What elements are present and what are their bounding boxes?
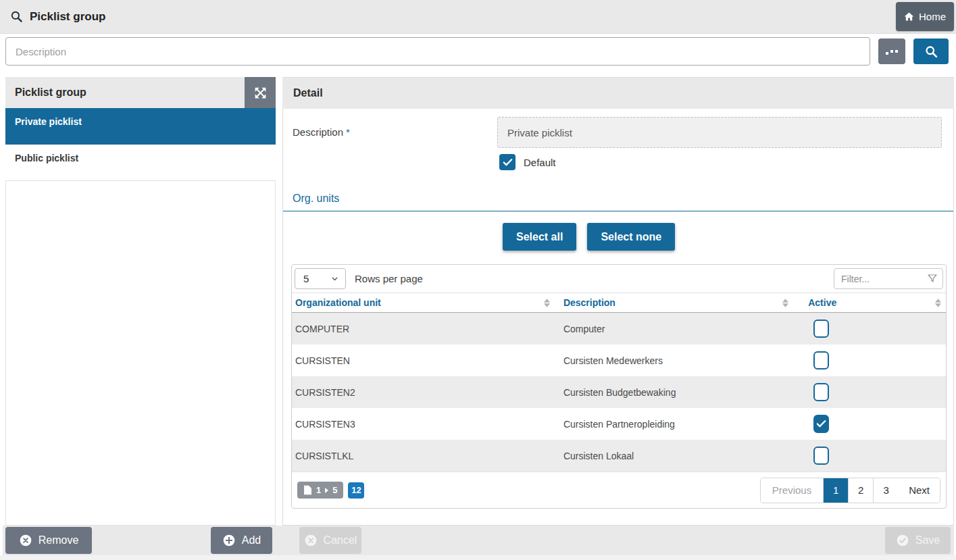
active-checkbox[interactable] (813, 351, 829, 370)
table-row: CURSISTLKL Cursisten Lokaal (292, 440, 946, 472)
cell-active (799, 351, 946, 370)
active-checkbox[interactable] (813, 415, 829, 433)
cell-active (799, 320, 946, 338)
table-row: CURSISTEN Cursisten Medewerkers (292, 345, 946, 376)
active-checkbox[interactable] (813, 447, 829, 465)
picklist-group-item[interactable]: Private picklist (5, 108, 276, 145)
bottom-action-bar (3, 526, 954, 555)
check-icon (815, 418, 827, 430)
selection-buttons: Select all Select none (503, 223, 675, 251)
footer-strip (0, 555, 956, 560)
picklist-group-app: Picklist group Home Picklist group Priva… (0, 0, 956, 560)
cell-active (799, 383, 946, 401)
description-field[interactable] (497, 117, 942, 148)
picklist-group-item[interactable]: Public picklist (5, 145, 276, 181)
save-button[interactable]: Save (885, 527, 951, 554)
picklist-group-list: Private picklist Public picklist (5, 108, 276, 181)
table-body: COMPUTER Computer CURSISTEN Cursisten Me… (292, 313, 946, 472)
circle-plus-icon (222, 534, 236, 547)
sort-icon (782, 299, 789, 307)
select-none-button[interactable]: Select none (587, 223, 675, 251)
required-marker: * (346, 126, 350, 138)
active-checkbox[interactable] (813, 383, 829, 401)
search-icon (924, 45, 938, 59)
title-bar: Picklist group Home (0, 0, 956, 34)
org-units-section-title: Org. units (283, 193, 953, 211)
more-options-button[interactable] (878, 39, 905, 64)
search-bar (0, 34, 956, 69)
cancel-button[interactable]: Cancel (299, 527, 361, 554)
active-checkbox[interactable] (813, 320, 829, 338)
cell-organizational-unit: CURSISTLKL (292, 451, 560, 461)
next-page-button[interactable]: Next (899, 478, 940, 503)
cell-description: Cursisten Medewerkers (560, 355, 799, 366)
table-row: COMPUTER Computer (292, 313, 946, 345)
chevron-down-icon (330, 274, 339, 283)
description-search-input[interactable] (5, 37, 870, 66)
cell-organizational-unit: COMPUTER (292, 324, 560, 334)
table-row: CURSISTEN2 Cursisten Budgetbewaking (292, 376, 946, 408)
picklist-group-item-label: Private picklist (15, 116, 82, 127)
cell-description: Computer (560, 324, 799, 334)
page-number-button[interactable]: 2 (849, 478, 874, 503)
default-checkbox-label: Default (524, 157, 556, 168)
page-number-button[interactable]: 1 (824, 478, 849, 503)
circle-x-icon (19, 534, 32, 547)
sort-icon (934, 299, 942, 307)
filter-icon (927, 273, 938, 284)
remove-button[interactable]: Remove (5, 527, 92, 554)
page-title: Picklist group (30, 10, 105, 24)
search-icon (10, 10, 23, 23)
home-button[interactable]: Home (896, 2, 954, 31)
circle-check-icon (896, 534, 909, 547)
column-header-description[interactable]: Description (560, 297, 799, 308)
cell-organizational-unit: CURSISTEN3 (292, 419, 560, 430)
picklist-group-panel: Picklist group Private picklist Public p… (5, 77, 276, 526)
rows-per-page-select[interactable]: 5 (295, 268, 346, 289)
description-field-label: Description* (293, 126, 350, 138)
column-header-organizational-unit[interactable]: Organizational unit (292, 297, 560, 308)
sort-icon (543, 299, 551, 307)
filter-wrap (834, 268, 943, 289)
cell-description: Cursisten Budgetbewaking (560, 387, 799, 398)
detail-panel-title: Detail (293, 87, 323, 99)
expand-panel-button[interactable] (245, 77, 276, 108)
detail-panel-header: Detail (282, 78, 954, 109)
default-checkbox-row: Default (499, 154, 556, 170)
picklist-group-panel-header: Picklist group (5, 77, 276, 108)
page-icon (303, 485, 312, 495)
add-button[interactable]: Add (211, 527, 272, 554)
detail-panel: Detail Description* Default Org. units S… (282, 77, 954, 526)
cell-description: Cursisten Partneropleiding (560, 419, 799, 430)
table-row: CURSISTEN3 Cursisten Partneropleiding (292, 408, 946, 440)
expand-icon (253, 86, 268, 100)
search-submit-button[interactable] (913, 39, 949, 64)
cell-description: Cursisten Lokaal (560, 451, 799, 461)
total-count-badge: 12 (348, 482, 364, 499)
row-range-badge: 1 5 (297, 482, 343, 499)
org-units-table: 5 Rows per page Organizational unit Desc… (291, 264, 947, 509)
page-number-button[interactable]: 3 (874, 478, 899, 503)
picklist-group-item-label: Public picklist (15, 153, 78, 163)
circle-x-icon (304, 534, 318, 547)
column-header-active[interactable]: Active (799, 297, 946, 308)
home-icon (904, 11, 914, 22)
table-controls: 5 Rows per page (292, 265, 946, 293)
pagination: Previous 123 Next (760, 478, 940, 503)
cell-active (799, 415, 946, 433)
check-icon (502, 157, 513, 168)
cell-organizational-unit: CURSISTEN (292, 355, 560, 366)
default-checkbox[interactable] (499, 154, 515, 170)
page-buttons: 123 (824, 478, 899, 503)
picklist-group-panel-title: Picklist group (15, 86, 86, 99)
previous-page-button[interactable]: Previous (761, 478, 824, 503)
range-arrow-icon (325, 488, 328, 493)
select-all-button[interactable]: Select all (503, 223, 576, 251)
table-footer: 1 5 12 Previous 123 Next (292, 472, 946, 508)
cell-organizational-unit: CURSISTEN2 (292, 387, 560, 398)
rows-per-page-label: Rows per page (355, 273, 423, 284)
cell-active (799, 447, 946, 465)
table-header-row: Organizational unit Description Active (292, 293, 946, 313)
ellipsis-icon (886, 47, 888, 57)
